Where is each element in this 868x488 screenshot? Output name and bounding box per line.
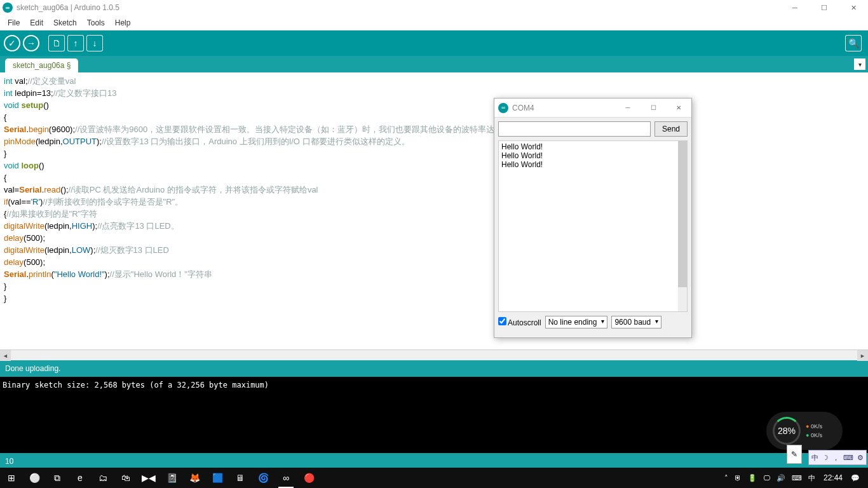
code-editor[interactable]: int val;//定义变量valint ledpin=13;//定义数字接口1… xyxy=(0,72,868,349)
scroll-right-icon[interactable]: ► xyxy=(857,350,868,361)
serial-input[interactable] xyxy=(498,121,651,137)
baud-rate-select[interactable]: 9600 baud xyxy=(611,316,661,329)
serial-send-button[interactable]: Send xyxy=(654,121,688,137)
app-icon-4[interactable]: 🌀 xyxy=(252,468,275,488)
window-title: sketch_aug06a | Arduino 1.0.5 xyxy=(17,3,780,12)
explorer-icon[interactable]: 🗂 xyxy=(92,468,114,488)
menu-file[interactable]: File xyxy=(3,18,25,27)
upload-speed: 0K/s xyxy=(806,423,822,430)
tray-display-icon[interactable]: 🖵 xyxy=(760,474,773,482)
ime-keyboard-icon[interactable]: ⌨ xyxy=(843,454,853,462)
system-tray: ˄ ⛨ 🔋 🖵 🔊 ⌨ 中 22:44 💬 xyxy=(721,473,868,483)
serial-output[interactable]: Hello World!Hello World!Hello World! xyxy=(498,140,688,312)
title-bar: ∞ sketch_aug06a | Arduino 1.0.5 ─ ☐ ✕ xyxy=(0,0,868,15)
open-button[interactable]: ↑ xyxy=(67,35,84,51)
ime-punct[interactable]: ， xyxy=(832,453,839,463)
serial-monitor-button[interactable]: 🔍 xyxy=(845,35,862,51)
minimize-button[interactable]: ─ xyxy=(780,0,810,15)
menu-sketch[interactable]: Sketch xyxy=(48,18,82,27)
ime-settings-icon[interactable]: ⚙ xyxy=(857,454,864,462)
console-output: Binary sketch size: 2,568 bytes (of a 32… xyxy=(0,377,868,453)
verify-button[interactable]: ✓ xyxy=(4,35,20,51)
app-icon-1[interactable]: 📓 xyxy=(160,468,183,488)
maximize-button[interactable]: ☐ xyxy=(810,0,839,15)
line-ending-select[interactable]: No line ending xyxy=(545,316,608,329)
notifications-icon[interactable]: 💬 xyxy=(848,474,863,482)
menu-tools[interactable]: Tools xyxy=(82,18,110,27)
tray-battery-icon[interactable]: 🔋 xyxy=(745,474,760,482)
tray-lang[interactable]: 中 xyxy=(805,473,818,483)
tray-shield-icon[interactable]: ⛨ xyxy=(731,474,745,482)
app-icon-3[interactable]: 🖥 xyxy=(229,468,252,488)
line-number: 10 xyxy=(5,457,13,466)
arduino-logo-icon: ∞ xyxy=(498,103,508,113)
upload-button[interactable]: → xyxy=(23,35,39,51)
scroll-left-icon[interactable]: ◄ xyxy=(0,350,11,361)
tray-volume-icon[interactable]: 🔊 xyxy=(773,474,789,482)
start-button[interactable]: ⊞ xyxy=(0,468,23,488)
vs-icon[interactable]: ▶◀ xyxy=(137,468,160,488)
horizontal-scrollbar[interactable]: ◄ ► xyxy=(0,349,868,360)
clock[interactable]: 22:44 xyxy=(818,473,848,482)
task-view-button[interactable]: ⧉ xyxy=(46,468,69,488)
store-icon[interactable]: 🛍 xyxy=(114,468,137,488)
tray-chevron-icon[interactable]: ˄ xyxy=(721,474,731,482)
meter-percentage: 28% xyxy=(773,417,801,445)
taskbar: ⊞ ⚪ ⧉ e 🗂 🛍 ▶◀ 📓 🦊 🟦 🖥 🌀 ∞ 🔴 ˄ ⛨ 🔋 🖵 🔊 ⌨… xyxy=(0,468,868,488)
menu-bar: File Edit Sketch Tools Help xyxy=(0,15,868,30)
menu-help[interactable]: Help xyxy=(110,18,136,27)
search-button[interactable]: ⚪ xyxy=(23,468,46,488)
tab-strip: sketch_aug06a § ▾ xyxy=(0,56,868,72)
tab-menu-button[interactable]: ▾ xyxy=(854,58,865,70)
tray-keyboard-icon[interactable]: ⌨ xyxy=(789,474,805,482)
arduino-taskbar-icon[interactable]: ∞ xyxy=(275,468,297,488)
app-icon-2[interactable]: 🟦 xyxy=(206,468,229,488)
ime-moon-icon[interactable]: ☽ xyxy=(822,454,829,462)
status-message: Done uploading. xyxy=(0,360,868,377)
serial-monitor-window: ∞ COM4 ─ ☐ ✕ Send Hello World!Hello Worl… xyxy=(494,98,692,338)
close-button[interactable]: ✕ xyxy=(839,0,868,15)
download-speed: 0K/s xyxy=(806,432,822,438)
serial-close-button[interactable]: ✕ xyxy=(666,98,691,118)
edge-icon[interactable]: e xyxy=(69,468,92,488)
autoscroll-checkbox[interactable]: Autoscroll xyxy=(498,317,541,327)
ime-toolbar[interactable]: 中 ☽ ， ⌨ ⚙ xyxy=(808,450,867,465)
arduino-logo-icon: ∞ xyxy=(3,3,13,13)
menu-edit[interactable]: Edit xyxy=(25,18,48,27)
sketch-tab[interactable]: sketch_aug06a § xyxy=(5,58,78,72)
serial-window-title: COM4 xyxy=(512,104,615,112)
toolbar: ✓ → 🗋 ↑ ↓ 🔍 xyxy=(0,30,868,56)
serial-maximize-button[interactable]: ☐ xyxy=(641,98,666,118)
ime-handle[interactable]: ✎ xyxy=(787,445,802,464)
new-button[interactable]: 🗋 xyxy=(48,35,65,51)
system-meter-widget: 28% 0K/s 0K/s xyxy=(766,412,843,450)
serial-scrollbar[interactable] xyxy=(678,141,687,311)
firefox-icon[interactable]: 🦊 xyxy=(183,468,206,488)
ime-lang[interactable]: 中 xyxy=(811,453,818,463)
save-button[interactable]: ↓ xyxy=(86,35,103,51)
serial-minimize-button[interactable]: ─ xyxy=(615,98,641,118)
app-icon-5[interactable]: 🔴 xyxy=(297,468,320,488)
